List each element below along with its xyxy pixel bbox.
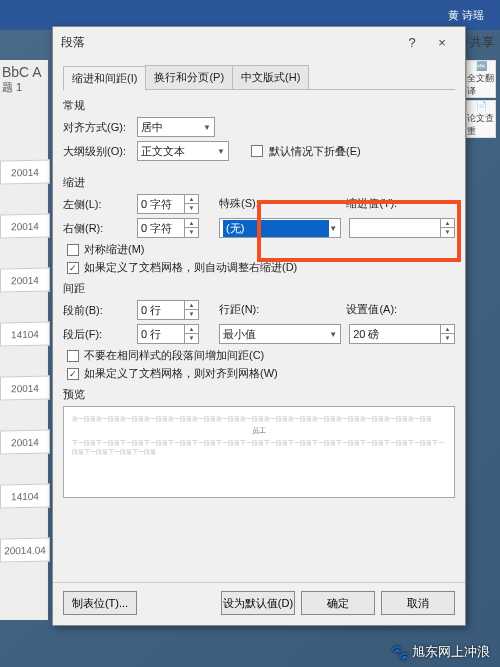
cancel-button[interactable]: 取消: [381, 591, 455, 615]
auto-adjust-indent-label: 如果定义了文档网格，则自动调整右缩进(D): [84, 260, 297, 275]
mirror-indent-label: 对称缩进(M): [84, 242, 145, 257]
alignment-label: 对齐方式(G):: [63, 120, 131, 135]
space-before-label: 段前(B):: [63, 303, 131, 318]
plagiarism-button[interactable]: 📄论文查重: [466, 100, 496, 138]
user-name: 黄 诗瑶: [440, 6, 492, 25]
spinner-up-icon: ▲: [441, 325, 454, 334]
snap-to-grid-checkbox[interactable]: ✓: [67, 368, 79, 380]
mirror-indent-checkbox[interactable]: [67, 244, 79, 256]
watermark: 🐾 旭东网上冲浪: [391, 643, 490, 661]
paragraph-dialog: 段落 ? × 缩进和间距(I) 换行和分页(P) 中文版式(H) 常规 对齐方式…: [52, 26, 466, 626]
space-after-spinner[interactable]: 0 行 ▲▼: [137, 324, 199, 344]
outline-select[interactable]: 正文文本▼: [137, 141, 229, 161]
close-button[interactable]: ×: [427, 35, 457, 50]
section-general: 常规: [63, 98, 455, 113]
alignment-select[interactable]: 居中▼: [137, 117, 215, 137]
tabs-button[interactable]: 制表位(T)...: [63, 591, 137, 615]
chevron-down-icon: ▼: [217, 147, 225, 156]
section-spacing: 间距: [63, 281, 455, 296]
ok-button[interactable]: 确定: [301, 591, 375, 615]
chevron-down-icon: ▼: [329, 330, 337, 339]
special-select[interactable]: (无)▼: [219, 218, 341, 238]
translate-button[interactable]: 🔤全文翻译: [466, 60, 496, 98]
outline-label: 大纲级别(O):: [63, 144, 131, 159]
spinner-down-icon: ▼: [185, 204, 198, 213]
help-button[interactable]: ?: [397, 35, 427, 50]
spinner-up-icon: ▲: [185, 195, 198, 204]
auto-adjust-indent-checkbox[interactable]: ✓: [67, 262, 79, 274]
chevron-down-icon: ▼: [329, 224, 337, 233]
line-spacing-label: 行距(N):: [219, 302, 338, 317]
doc-rows: 2001420014200141410420014200141410420014…: [0, 160, 50, 562]
collapse-label: 默认情况下折叠(E): [269, 144, 361, 159]
spinner-up-icon: ▲: [185, 301, 198, 310]
spinner-up-icon: ▲: [441, 219, 454, 228]
spinner-down-icon: ▼: [185, 228, 198, 237]
line-spacing-select[interactable]: 最小值▼: [219, 324, 341, 344]
at-spinner[interactable]: 20 磅 ▲▼: [349, 324, 455, 344]
dialog-tabs: 缩进和间距(I) 换行和分页(P) 中文版式(H): [63, 65, 455, 90]
indent-by-spinner[interactable]: ▲▼: [349, 218, 455, 238]
tab-indent-spacing[interactable]: 缩进和间距(I): [63, 66, 146, 90]
tab-asian-typography[interactable]: 中文版式(H): [232, 65, 309, 89]
indent-by-label: 缩进值(Y):: [346, 196, 455, 211]
section-indent: 缩进: [63, 175, 455, 190]
tab-line-page-breaks[interactable]: 换行和分页(P): [145, 65, 233, 89]
spinner-down-icon: ▼: [185, 334, 198, 343]
left-indent-spinner[interactable]: 0 字符 ▲▼: [137, 194, 199, 214]
spinner-down-icon: ▼: [441, 334, 454, 343]
special-label: 特殊(S):: [219, 196, 338, 211]
spinner-down-icon: ▼: [441, 228, 454, 237]
spinner-up-icon: ▲: [185, 325, 198, 334]
dialog-titlebar: 段落 ? ×: [53, 27, 465, 57]
spinner-down-icon: ▼: [185, 310, 198, 319]
set-default-button[interactable]: 设为默认值(D): [221, 591, 295, 615]
right-indent-label: 右侧(R):: [63, 221, 131, 236]
left-indent-label: 左侧(L):: [63, 197, 131, 212]
preview-pane: 前一段落前一段落前一段落前一段落前一段落前一段落前一段落前一段落前一段落前一段落…: [63, 406, 455, 498]
spinner-up-icon: ▲: [185, 219, 198, 228]
collapse-checkbox[interactable]: [251, 145, 263, 157]
paw-icon: 🐾: [391, 644, 408, 660]
space-before-spinner[interactable]: 0 行 ▲▼: [137, 300, 199, 320]
right-indent-spinner[interactable]: 0 字符 ▲▼: [137, 218, 199, 238]
dialog-title: 段落: [61, 34, 85, 51]
at-label: 设置值(A):: [346, 302, 455, 317]
no-space-same-style-label: 不要在相同样式的段落间增加间距(C): [84, 348, 264, 363]
no-space-same-style-checkbox[interactable]: [67, 350, 79, 362]
section-preview: 预览: [63, 387, 455, 402]
snap-to-grid-label: 如果定义了文档网格，则对齐到网格(W): [84, 366, 278, 381]
chevron-down-icon: ▼: [203, 123, 211, 132]
space-after-label: 段后(F):: [63, 327, 131, 342]
